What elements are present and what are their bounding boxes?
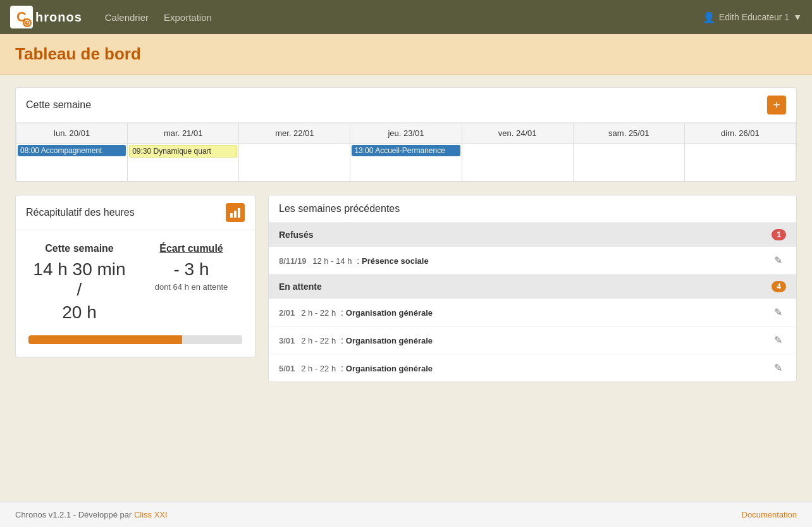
event-mar-name: Dynamique quart (154, 147, 211, 156)
this-week-card-header: Cette semaine + (16, 88, 796, 123)
user-icon: 👤 (703, 11, 715, 23)
waiting-item-0-edit-button[interactable]: ✎ (770, 305, 786, 319)
cell-dim[interactable] (684, 144, 796, 182)
waiting-item-2-info: 5/01 2 h - 22 h : Organisation générale (279, 363, 433, 373)
refused-label: Refusés (279, 230, 313, 240)
day-header-sam: sam. 25/01 (573, 123, 684, 144)
waiting-badge: 4 (772, 281, 786, 292)
event-lun-time: 08:00 (20, 146, 39, 155)
ecart-value: - 3 h (140, 259, 242, 280)
waiting-item-0-name: Organisation générale (346, 308, 433, 318)
waiting-item-2[interactable]: 5/01 2 h - 22 h : Organisation générale … (269, 354, 796, 381)
day-header-mar: mar. 21/01 (128, 123, 239, 144)
chart-button[interactable] (226, 203, 245, 222)
user-menu[interactable]: 👤 Edith Educateur 1 ▼ (703, 11, 802, 23)
two-col-layout: Récapitulatif des heures Cette semaine (15, 195, 797, 382)
waiting-item-2-edit-button[interactable]: ✎ (770, 361, 786, 375)
event-lun[interactable]: 08:00 Accompagnement (18, 145, 126, 156)
footer-doc-link[interactable]: Documentation (742, 510, 797, 519)
nav-calendrier[interactable]: Calendrier (97, 12, 156, 23)
day-header-lun: lun. 20/01 (16, 123, 128, 144)
recap-hours-total: 20 h (28, 302, 130, 323)
cell-sam[interactable] (573, 144, 684, 182)
svg-rect-4 (234, 211, 237, 218)
refused-item-0-edit-button[interactable]: ✎ (770, 253, 786, 268)
main-content: Cette semaine + lun. 20/01 mar. 21/01 me… (0, 75, 812, 395)
cell-jeu[interactable]: 13:00 Accueil-Permanence (350, 144, 462, 182)
waiting-item-0-date: 2/01 (279, 308, 295, 318)
recap-card-header: Récapitulatif des heures (16, 195, 255, 230)
footer-version: Chronos v1.2.1 - Développé par Cliss XXI (15, 510, 168, 519)
waiting-item-0-time: 2 h - 22 h (301, 308, 336, 318)
ecart-sub: dont 64 h en attente (140, 282, 242, 292)
dropdown-arrow-icon: ▼ (793, 12, 802, 22)
waiting-item-1-name: Organisation générale (346, 336, 433, 345)
waiting-item-1-time: 2 h - 22 h (301, 336, 336, 345)
waiting-item-1-date: 3/01 (279, 336, 295, 345)
day-header-jeu: jeu. 23/01 (350, 123, 462, 144)
cell-mer[interactable] (239, 144, 350, 182)
prev-weeks-title: Les semaines précédentes (269, 195, 796, 223)
brand-logo[interactable]: C hronos (10, 6, 82, 28)
clock-svg (24, 20, 30, 26)
week-table: lun. 20/01 mar. 21/01 mer. 22/01 jeu. 23… (16, 123, 796, 182)
footer-company-link[interactable]: Cliss XXI (134, 510, 168, 519)
footer: Chronos v1.2.1 - Développé par Cliss XXI… (0, 502, 812, 527)
cell-mar[interactable]: 09:30 Dynamique quart (128, 144, 239, 182)
nav-exportation[interactable]: Exportation (156, 12, 219, 23)
logo-clock-icon (23, 18, 32, 27)
waiting-item-1-info: 3/01 2 h - 22 h : Organisation générale (279, 335, 433, 345)
waiting-item-0[interactable]: 2/01 2 h - 22 h : Organisation générale … (269, 299, 796, 326)
recap-inner: Cette semaine 14 h 30 min / 20 h Écart c… (16, 230, 255, 357)
day-header-ven: ven. 24/01 (462, 123, 573, 144)
waiting-label: En attente (279, 282, 322, 292)
add-event-button[interactable]: + (767, 96, 786, 115)
cell-lun[interactable]: 08:00 Accompagnement (16, 144, 128, 182)
event-mar[interactable]: 09:30 Dynamique quart (129, 145, 237, 158)
waiting-section-header: En attente 4 (269, 275, 796, 299)
waiting-item-2-time: 2 h - 22 h (301, 364, 336, 373)
recap-ecart: Écart cumulé - 3 h dont 64 h en attente (140, 243, 242, 325)
event-jeu-time: 13:00 (354, 146, 373, 155)
waiting-item-2-name: Organisation générale (346, 364, 433, 373)
col-right: Les semaines précédentes Refusés 1 8/11/… (268, 195, 797, 382)
prev-weeks-card: Les semaines précédentes Refusés 1 8/11/… (268, 195, 797, 382)
week-header-row: lun. 20/01 mar. 21/01 mer. 22/01 jeu. 23… (16, 123, 796, 144)
username: Edith Educateur 1 (719, 12, 789, 22)
chart-icon (230, 207, 241, 218)
refused-item-0-name: Présence sociale (362, 256, 429, 266)
refused-item-0-date: 8/11/19 (279, 256, 306, 266)
svg-rect-3 (230, 213, 233, 218)
navbar: C hronos Calendrier Exportation 👤 Edith … (0, 0, 812, 34)
this-week-card: Cette semaine + lun. 20/01 mar. 21/01 me… (15, 87, 797, 182)
page-title: Tableau de bord (15, 44, 797, 64)
waiting-item-0-info: 2/01 2 h - 22 h : Organisation générale (279, 307, 433, 318)
this-week-title: Cette semaine (26, 99, 91, 111)
day-header-dim: dim. 26/01 (684, 123, 796, 144)
col-left: Récapitulatif des heures Cette semaine (15, 195, 255, 382)
waiting-item-1-edit-button[interactable]: ✎ (770, 333, 786, 347)
week-events-row: 08:00 Accompagnement 09:30 Dynamique qua… (16, 144, 796, 182)
cell-ven[interactable] (462, 144, 573, 182)
waiting-item-2-date: 5/01 (279, 364, 295, 373)
refused-item-0[interactable]: 8/11/19 12 h - 14 h : Présence sociale ✎ (269, 247, 796, 275)
recap-hours-done: 14 h 30 min / (28, 259, 130, 300)
ecart-label: Écart cumulé (140, 243, 242, 254)
refused-badge: 1 (772, 229, 786, 240)
event-lun-name: Accompagnement (41, 146, 102, 155)
event-jeu-name: Accueil-Permanence (375, 146, 445, 155)
page-header: Tableau de bord (0, 34, 812, 75)
logo-box: C (10, 6, 33, 28)
progress-bar-fill (28, 335, 182, 344)
day-header-mer: mer. 22/01 (239, 123, 350, 144)
refused-item-0-time: 12 h - 14 h (312, 256, 352, 266)
event-jeu[interactable]: 13:00 Accueil-Permanence (352, 145, 460, 156)
recap-this-week: Cette semaine 14 h 30 min / 20 h (28, 243, 130, 325)
refused-item-0-info: 8/11/19 12 h - 14 h : Présence sociale (279, 256, 429, 266)
recap-title: Récapitulatif des heures (26, 207, 135, 218)
recap-grid: Cette semaine 14 h 30 min / 20 h Écart c… (28, 243, 242, 325)
waiting-item-1[interactable]: 3/01 2 h - 22 h : Organisation générale … (269, 326, 796, 354)
event-mar-time: 09:30 (132, 147, 151, 156)
progress-bar-container (28, 335, 242, 344)
refused-section-header: Refusés 1 (269, 223, 796, 247)
